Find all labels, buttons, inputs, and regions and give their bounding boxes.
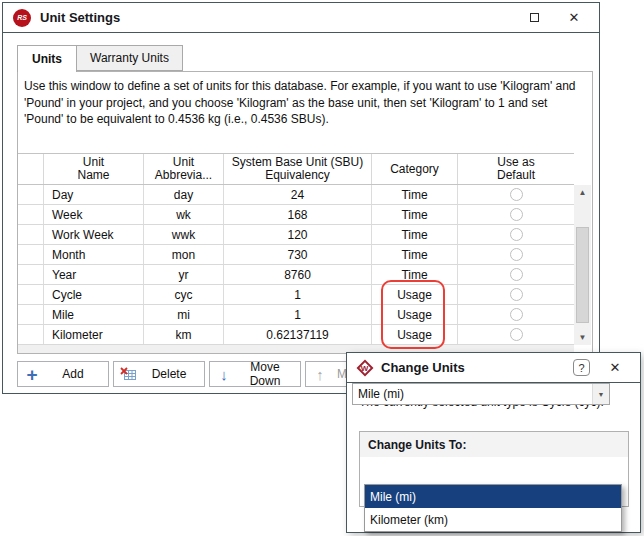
scroll-down-button[interactable]: ▼ <box>574 330 591 345</box>
weibull-app-icon: W <box>357 359 374 376</box>
move-down-button-label: Move Down <box>238 360 300 388</box>
use-as-default-radio[interactable] <box>510 208 523 221</box>
cell-use-as-default <box>458 285 574 305</box>
close-button[interactable]: ✕ <box>565 9 583 27</box>
cell-sbu-equivalency[interactable]: 120 <box>224 225 372 245</box>
cell-unit-abbreviation[interactable]: day <box>144 185 224 205</box>
cell-use-as-default <box>458 265 574 285</box>
header-sbu-equivalency: System Base Unit (SBU) Equivalency <box>224 154 372 184</box>
cell-unit-name[interactable]: Mile <box>44 305 144 325</box>
vertical-scrollbar[interactable]: ▲ ▼ <box>574 185 591 345</box>
cell-sbu-equivalency[interactable]: 24 <box>224 185 372 205</box>
use-as-default-radio[interactable] <box>510 288 523 301</box>
dropdown-list: Mile (mi)Kilometer (km) <box>364 484 622 532</box>
table-row[interactable]: Work Weekwwk120Time <box>18 225 574 245</box>
cell-unit-abbreviation[interactable]: wk <box>144 205 224 225</box>
use-as-default-radio[interactable] <box>510 248 523 261</box>
dropdown-option[interactable]: Kilometer (km) <box>365 508 621 531</box>
table-row[interactable]: Kilometerkm0.62137119Usage <box>18 325 574 345</box>
cell-sbu-equivalency[interactable]: 0.62137119 <box>224 325 372 345</box>
cell-unit-name[interactable]: Year <box>44 265 144 285</box>
chevron-down-icon: ▼ <box>598 391 605 398</box>
row-selector-cell[interactable] <box>18 285 44 305</box>
change-units-titlebar: W Change Units ? ✕ <box>347 353 640 383</box>
maximize-icon <box>530 13 539 22</box>
use-as-default-radio[interactable] <box>510 228 523 241</box>
cell-category[interactable]: Usage <box>372 285 458 305</box>
cell-unit-abbreviation[interactable]: mi <box>144 305 224 325</box>
units-combobox[interactable]: Mile (mi) ▼ <box>352 383 610 405</box>
table-row[interactable]: Cyclecyc1Usage <box>18 285 574 305</box>
cell-use-as-default <box>458 325 574 345</box>
arrow-up-icon: ↑ <box>306 366 334 383</box>
header-category: Category <box>372 154 458 184</box>
combobox-dropdown-button[interactable]: ▼ <box>592 384 609 404</box>
table-row[interactable]: Yearyr8760Time <box>18 265 574 285</box>
cell-use-as-default <box>458 205 574 225</box>
cell-unit-abbreviation[interactable]: yr <box>144 265 224 285</box>
cell-unit-abbreviation[interactable]: mon <box>144 245 224 265</box>
delete-button-label: Delete <box>142 367 204 381</box>
scroll-up-icon: ▲ <box>579 188 587 197</box>
row-selector-cell[interactable] <box>18 305 44 325</box>
cell-use-as-default <box>458 305 574 325</box>
cell-unit-name[interactable]: Month <box>44 245 144 265</box>
change-units-group-label: Change Units To: <box>360 432 628 457</box>
scroll-up-button[interactable]: ▲ <box>574 185 591 200</box>
cell-unit-name[interactable]: Work Week <box>44 225 144 245</box>
units-description: Use this window to define a set of units… <box>24 78 586 128</box>
row-selector-cell[interactable] <box>18 265 44 285</box>
use-as-default-radio[interactable] <box>510 308 523 321</box>
cell-unit-name[interactable]: Day <box>44 185 144 205</box>
cell-category[interactable]: Time <box>372 205 458 225</box>
change-units-title: Change Units <box>381 360 465 375</box>
row-selector-cell[interactable] <box>18 325 44 345</box>
cell-sbu-equivalency[interactable]: 8760 <box>224 265 372 285</box>
cell-use-as-default <box>458 225 574 245</box>
use-as-default-radio[interactable] <box>510 328 523 341</box>
add-button-label: Add <box>46 367 108 381</box>
cell-category[interactable]: Usage <box>372 305 458 325</box>
table-row[interactable]: Monthmon730Time <box>18 245 574 265</box>
cell-sbu-equivalency[interactable]: 1 <box>224 305 372 325</box>
cell-unit-name[interactable]: Kilometer <box>44 325 144 345</box>
change-units-close-button[interactable]: ✕ <box>606 359 624 377</box>
tab-warranty-units[interactable]: Warranty Units <box>76 45 183 71</box>
screen: RS Unit Settings ✕ Units Warranty Units … <box>0 0 644 536</box>
table-row[interactable]: Weekwk168Time <box>18 205 574 225</box>
table-row[interactable]: Dayday24Time <box>18 185 574 205</box>
cell-sbu-equivalency[interactable]: 1 <box>224 285 372 305</box>
cell-category[interactable]: Time <box>372 225 458 245</box>
dropdown-option[interactable]: Mile (mi) <box>365 485 621 508</box>
cell-sbu-equivalency[interactable]: 730 <box>224 245 372 265</box>
cell-category[interactable]: Usage <box>372 325 458 345</box>
use-as-default-radio[interactable] <box>510 188 523 201</box>
delete-button[interactable]: Delete <box>113 361 205 387</box>
table-header-row: Unit Name Unit Abbrevia... System Base U… <box>18 153 574 185</box>
table-row[interactable]: Milemi1Usage <box>18 305 574 325</box>
row-selector-cell[interactable] <box>18 205 44 225</box>
header-use-as-default: Use as Default <box>458 154 574 184</box>
row-selector-cell[interactable] <box>18 245 44 265</box>
reliasoft-app-icon: RS <box>13 9 31 27</box>
cell-unit-name[interactable]: Week <box>44 205 144 225</box>
cell-category[interactable]: Time <box>372 265 458 285</box>
row-selector-cell[interactable] <box>18 225 44 245</box>
maximize-button[interactable] <box>525 9 543 27</box>
cell-category[interactable]: Time <box>372 245 458 265</box>
add-button[interactable]: +Add <box>17 361 109 387</box>
cell-unit-abbreviation[interactable]: wwk <box>144 225 224 245</box>
help-button[interactable]: ? <box>573 359 590 376</box>
tab-units[interactable]: Units <box>17 45 77 72</box>
row-selector-cell[interactable] <box>18 185 44 205</box>
cell-use-as-default <box>458 245 574 265</box>
cell-unit-abbreviation[interactable]: cyc <box>144 285 224 305</box>
close-icon: ✕ <box>569 10 580 25</box>
cell-category[interactable]: Time <box>372 185 458 205</box>
cell-unit-abbreviation[interactable]: km <box>144 325 224 345</box>
cell-unit-name[interactable]: Cycle <box>44 285 144 305</box>
scroll-thumb[interactable] <box>576 227 589 323</box>
move-down-button[interactable]: ↓Move Down <box>209 361 301 387</box>
use-as-default-radio[interactable] <box>510 268 523 281</box>
cell-sbu-equivalency[interactable]: 168 <box>224 205 372 225</box>
